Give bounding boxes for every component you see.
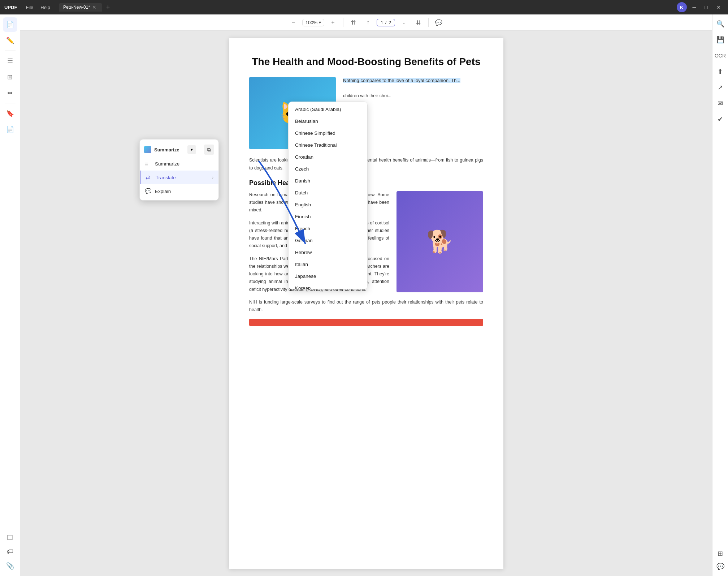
chat-right-icon[interactable]: 💬: [714, 560, 727, 573]
right-sidebar: 🔍 💾 OCR ⬆ ↗ ✉ ✔ ⊞ 💬: [712, 14, 728, 576]
lang-chinese-traditional[interactable]: Chinese Traditional: [289, 139, 367, 151]
zoom-in-btn[interactable]: +: [327, 17, 339, 28]
comment-btn[interactable]: 💬: [433, 17, 445, 28]
verify-icon[interactable]: ✔: [714, 113, 727, 126]
sidebar-divider-2: [5, 103, 16, 103]
nav-first-btn[interactable]: ⇈: [348, 17, 359, 28]
context-menu-translate[interactable]: ⇄ Translate ›: [140, 171, 218, 184]
tab-close-btn[interactable]: ✕: [92, 4, 96, 10]
sidebar-divider-1: [5, 51, 16, 51]
tab-add-btn[interactable]: +: [104, 3, 112, 12]
menu-file[interactable]: File: [23, 3, 36, 12]
toolbar-sep-1: [343, 18, 343, 27]
save-right-icon[interactable]: 💾: [714, 33, 727, 46]
tab-label: Pets-New-01*: [63, 5, 90, 10]
highlight-span: Nothing compares to the love of a loyal …: [343, 78, 460, 83]
sidebar-bottom: ◫ 🏷 📎: [3, 530, 17, 573]
content-area: The Health and Mood-Boosting Benefits of…: [20, 31, 712, 576]
zoom-dropdown-icon: ▾: [319, 20, 321, 25]
right-sidebar-bottom: ⊞ 💬: [714, 547, 727, 573]
ocr-icon[interactable]: OCR: [714, 49, 727, 62]
app-logo: UPDF: [4, 5, 17, 10]
left-sidebar: 📄 ✏️ ☰ ⊞ ⇔ 🔖 📄 ◫ 🏷 📎: [0, 14, 20, 576]
apps-right-icon[interactable]: ⊞: [714, 547, 727, 560]
language-dropdown: Arabic (Saudi Arabia) Belarusian Chinese…: [288, 102, 368, 289]
dogs-image: 🐕: [396, 191, 483, 292]
lang-finnish[interactable]: Finnish: [289, 211, 367, 223]
compare-icon[interactable]: ⇔: [3, 86, 17, 100]
lang-italian[interactable]: Italian: [289, 258, 367, 270]
lang-french[interactable]: French: [289, 223, 367, 235]
export-icon[interactable]: ⬆: [714, 65, 727, 78]
close-btn[interactable]: ✕: [714, 3, 724, 12]
pages-icon[interactable]: 📄: [3, 122, 17, 137]
context-menu-expand-btn[interactable]: ▾: [187, 145, 196, 154]
explain-icon: 💬: [145, 188, 151, 194]
lang-croatian[interactable]: Croatian: [289, 151, 367, 163]
tab-pets[interactable]: Pets-New-01* ✕: [59, 3, 102, 12]
tab-bar: Pets-New-01* ✕ +: [59, 3, 674, 12]
lang-arabic[interactable]: Arabic (Saudi Arabia): [289, 103, 367, 115]
context-menu-explain[interactable]: 💬 Explain: [140, 184, 218, 198]
share-icon[interactable]: ↗: [714, 81, 727, 94]
attachment-icon[interactable]: 📎: [3, 559, 17, 573]
stamp-icon[interactable]: 🔖: [3, 106, 17, 121]
translate-icon: ⇄: [146, 174, 152, 181]
lang-english[interactable]: English: [289, 199, 367, 211]
window-controls: K ─ □ ✕: [677, 2, 724, 12]
lang-belarusian[interactable]: Belarusian: [289, 115, 367, 127]
reader-icon[interactable]: 📄: [3, 17, 17, 32]
nav-prev-btn[interactable]: ↑: [362, 17, 374, 28]
pdf-title: The Health and Mood-Boosting Benefits of…: [249, 55, 483, 68]
edit-icon[interactable]: ✏️: [3, 33, 17, 48]
app-body: 📄 ✏️ ☰ ⊞ ⇔ 🔖 📄 ◫ 🏷 📎 − 100% ▾ + ⇈ ↑: [0, 14, 728, 576]
context-menu-logo: [144, 146, 151, 153]
footer-para: NIH is funding large-scale surveys to fi…: [249, 298, 483, 314]
minimize-btn[interactable]: ─: [690, 3, 699, 12]
lang-hebrew[interactable]: Hebrew: [289, 246, 367, 258]
explain-label: Explain: [155, 189, 171, 194]
search-right-icon[interactable]: 🔍: [714, 17, 727, 30]
titlebar: UPDF File Help Pets-New-01* ✕ + K ─ □ ✕: [0, 0, 728, 14]
maximize-btn[interactable]: □: [702, 3, 711, 12]
zoom-level[interactable]: 100% ▾: [302, 19, 324, 26]
layers-icon[interactable]: ◫: [3, 530, 17, 544]
avatar[interactable]: K: [677, 2, 687, 12]
summarize-icon: ≡: [145, 161, 151, 167]
nav-last-btn[interactable]: ⇊: [412, 17, 424, 28]
toolbar: − 100% ▾ + ⇈ ↑ 1 / 2 ↓ ⇊ 💬: [20, 14, 712, 31]
bookmark-icon[interactable]: 🏷: [3, 544, 17, 559]
toolbar-sep-2: [428, 18, 429, 27]
lang-korean[interactable]: Korean: [289, 282, 367, 289]
translate-chevron: ›: [212, 175, 213, 180]
lang-czech[interactable]: Czech: [289, 163, 367, 175]
lang-chinese-simplified[interactable]: Chinese Simplified: [289, 127, 367, 139]
translate-label: Translate: [156, 175, 176, 180]
context-menu-summarize[interactable]: ≡ Summarize: [140, 157, 218, 171]
mail-icon[interactable]: ✉: [714, 97, 727, 110]
context-menu-title: Summarize: [154, 147, 179, 152]
red-bar: [249, 319, 483, 326]
context-menu: Summarize ▾ ⧉ ≡ Summarize ⇄ Translate › …: [139, 139, 219, 201]
nav-next-btn[interactable]: ↓: [398, 17, 410, 28]
lang-dutch[interactable]: Dutch: [289, 187, 367, 199]
lang-german[interactable]: German: [289, 235, 367, 246]
page-indicator[interactable]: 1 / 2: [377, 19, 395, 26]
lang-danish[interactable]: Danish: [289, 175, 367, 187]
lang-japanese[interactable]: Japanese: [289, 270, 367, 282]
context-menu-copy-btn[interactable]: ⧉: [204, 145, 214, 155]
menu-help[interactable]: Help: [38, 3, 53, 12]
menu-bar: File Help: [23, 3, 53, 12]
summarize-label: Summarize: [155, 161, 179, 167]
zoom-out-btn[interactable]: −: [288, 17, 299, 28]
layout-icon[interactable]: ⊞: [3, 70, 17, 84]
list-icon[interactable]: ☰: [3, 54, 17, 68]
context-menu-header: Summarize ▾ ⧉: [140, 142, 218, 157]
